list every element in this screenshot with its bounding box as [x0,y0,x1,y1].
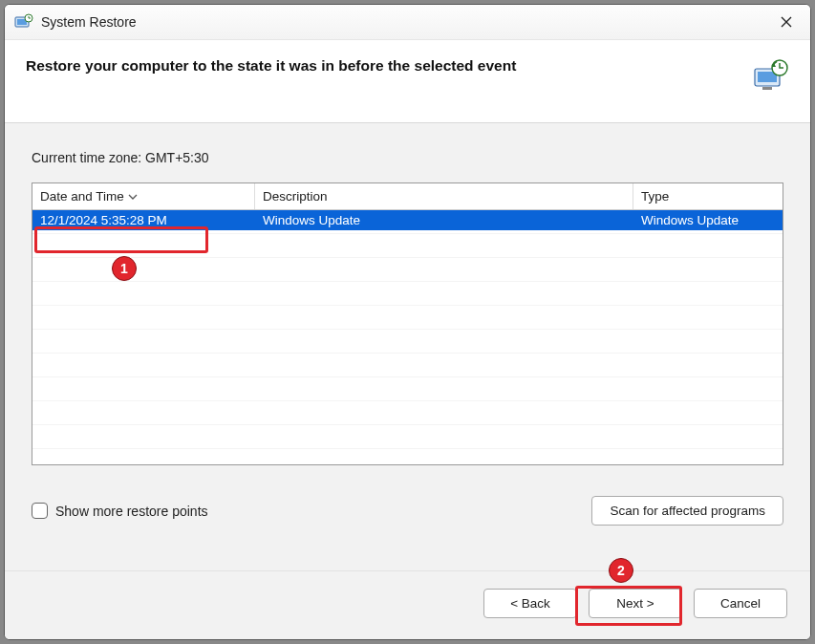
restore-points-table: Date and Time Description Type 12/1/2024… [32,182,783,465]
cell-type: Windows Update [633,210,783,230]
column-header-date[interactable]: Date and Time [32,183,255,209]
cell-description: Windows Update [255,210,633,230]
table-body: 12/1/2024 5:35:28 PM Windows Update Wind… [32,210,783,464]
svg-rect-5 [762,87,772,90]
column-header-date-label: Date and Time [40,189,124,204]
cell-date: 12/1/2024 5:35:28 PM [32,210,255,230]
wizard-header: Restore your computer to the state it wa… [5,40,810,123]
timezone-label: Current time zone: GMT+5:30 [32,150,783,165]
back-button[interactable]: < Back [483,589,577,618]
close-icon [780,15,793,29]
column-header-type[interactable]: Type [633,183,783,209]
table-header: Date and Time Description Type [32,183,783,210]
scan-affected-button[interactable]: Scan for affected programs [591,496,783,526]
table-row[interactable]: 12/1/2024 5:35:28 PM Windows Update Wind… [32,210,783,230]
window-title: System Restore [41,14,137,30]
system-restore-icon [14,13,33,31]
titlebar: System Restore [5,5,810,40]
close-button[interactable] [772,11,801,33]
checkbox-box-icon [32,503,48,519]
chevron-down-icon [128,194,138,200]
system-restore-window: System Restore Restore your computer to … [4,4,811,640]
table-gridlines [32,210,783,464]
wizard-heading: Restore your computer to the state it wa… [26,57,741,75]
below-table-row: Show more restore points Scan for affect… [32,496,783,526]
system-restore-large-icon [751,57,789,96]
content-area: Current time zone: GMT+5:30 Date and Tim… [5,123,810,570]
show-more-checkbox[interactable]: Show more restore points [32,503,208,519]
cancel-button[interactable]: Cancel [694,589,787,618]
next-button[interactable]: Next > [589,589,682,618]
show-more-label: Show more restore points [55,504,208,519]
wizard-footer: < Back Next > Cancel [5,570,810,639]
column-header-description-label: Description [263,189,328,204]
column-header-type-label: Type [641,189,669,204]
column-header-description[interactable]: Description [255,183,633,209]
